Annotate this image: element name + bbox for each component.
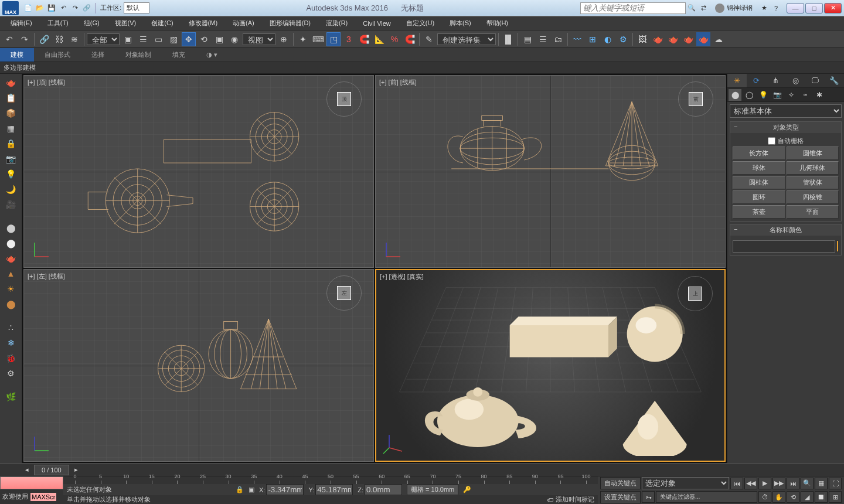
save-icon[interactable]: 💾 [46,3,57,13]
spinner-snap-toggle[interactable]: 📐 [372,32,386,46]
pyramid-button[interactable]: 四棱锥 [787,190,839,204]
sphere-white-icon[interactable]: ⬤ [3,237,19,250]
display-tab-icon[interactable]: 🖵 [805,74,825,87]
menu-create[interactable]: 创建(C) [144,17,180,29]
selection-filter[interactable]: 全部 [87,33,120,45]
window-crossing-button[interactable]: ▨ [166,32,181,46]
render-iterative-button[interactable]: 🫖 [666,32,680,46]
sphere-orange-icon[interactable]: ⬤ [3,298,19,311]
menu-group[interactable]: 组(G) [77,17,107,29]
utilities-tab-icon[interactable]: 🔧 [825,74,844,87]
teapot-button[interactable]: 茶壶 [733,205,785,219]
moon-icon[interactable]: 🌙 [3,183,19,196]
teapot-preset-icon[interactable]: 🫖 [3,76,19,89]
tab-selection[interactable]: 选择 [81,48,115,62]
sphere-gray-icon[interactable]: ⬤ [3,222,19,234]
percent-snap-toggle[interactable]: 🧲 [357,32,371,46]
minimize-button[interactable]: — [787,3,804,13]
object-name-input[interactable] [733,240,835,253]
scale-button[interactable]: ▣ [212,32,226,46]
layers-button[interactable]: ☰ [536,32,550,46]
select-name-button[interactable]: ☰ [136,32,150,46]
bind-button[interactable]: ≋ [67,32,81,46]
min-max-vp-button[interactable]: ⊞ [829,491,842,503]
geometry-icon[interactable]: ⬤ [729,89,741,101]
camera-icon[interactable]: 📷 [3,152,19,165]
redo-icon[interactable]: ↷ [70,3,80,13]
sphere-button[interactable]: 球体 [733,161,785,175]
autogrid-checkbox[interactable]: 自动栅格 [733,135,839,147]
helpers-icon[interactable]: ✧ [785,89,798,101]
viewport-front[interactable]: [+] [前] [线框] 前 [375,75,726,268]
link-button[interactable]: 🔗 [37,32,51,46]
menu-maxscript[interactable]: 脚本(S) [443,17,478,29]
mirror-button[interactable]: ▐▌ [501,32,515,46]
pan-button[interactable]: ✋ [772,491,785,503]
render-frame-button[interactable]: 🖼 [635,32,649,46]
menu-civilview[interactable]: Civil View [356,18,397,29]
zoom-all-button[interactable]: ▦ [815,478,828,489]
create-tab-icon[interactable]: ✳ [727,74,747,87]
menu-rendering[interactable]: 渲染(R) [319,17,355,29]
torus-button[interactable]: 圆环 [733,190,785,204]
lock-icon[interactable]: 🔒 [236,486,244,493]
orbit-button[interactable]: ⟲ [787,491,799,503]
viewport-label[interactable]: [+] [顶] [线框] [28,78,65,87]
next-key-button[interactable]: ▶▶ [772,478,785,489]
motion-tab-icon[interactable]: ◎ [786,74,805,87]
exchange-icon[interactable]: ⇄ [698,3,709,13]
zoom-extents-button[interactable]: 🔍 [801,478,814,489]
video-icon[interactable]: 🎥 [3,198,19,211]
time-config-button[interactable]: ⏱ [758,491,771,503]
maximize-vp-button[interactable]: ⛶ [829,478,842,489]
rotate-button[interactable]: ⟲ [197,32,211,46]
grass-icon[interactable]: 🌿 [3,390,19,403]
tab-modeling[interactable]: 建模 [0,48,34,62]
viewport-perspective[interactable]: [+] [透视] [真实] 上 [375,269,726,462]
menu-views[interactable]: 视图(V) [108,17,144,29]
menu-customize[interactable]: 自定义(U) [399,17,441,29]
pivot-button[interactable]: ⊕ [277,32,291,46]
prev-key-button[interactable]: ◀◀ [744,478,757,489]
render-activeshade-button[interactable]: 🫖 [681,32,695,46]
fov-button[interactable]: ◢ [801,491,814,503]
curve-editor-button[interactable]: 〰 [570,32,584,46]
menu-tools[interactable]: 工具(T) [40,17,76,29]
hierarchy-tab-icon[interactable]: ⋔ [766,74,785,87]
search-input[interactable] [580,2,686,14]
layer-explorer-button[interactable]: 🗂 [551,32,565,46]
cone-button[interactable]: 圆锥体 [787,147,839,160]
render-prod-button[interactable]: 🫖 [651,32,665,46]
viewport-top[interactable]: [+] [顶] [线框] 顶 [23,75,374,268]
user-account[interactable]: 钢神绿钢 [715,4,753,13]
schematic-view-button[interactable]: ⊞ [586,32,600,46]
modify-tab-icon[interactable]: ⟳ [747,74,766,87]
snap-spinner-button[interactable]: 🧲 [403,32,417,46]
viewport-label[interactable]: [+] [前] [线框] [379,78,417,87]
gear-icon[interactable]: ⚙ [3,367,19,380]
menu-animation[interactable]: 动画(A) [226,17,261,29]
shapes-icon[interactable]: ◯ [743,89,755,101]
help-icon[interactable]: ? [771,3,781,13]
key-icon[interactable]: 🔑 [463,486,471,493]
plane-button[interactable]: 平面 [787,205,839,219]
zoom-region-button[interactable]: 🔲 [815,491,828,503]
keyboard-shortcut-button[interactable]: ⌨ [311,32,325,46]
viewcube[interactable]: 左 [326,275,362,311]
menu-edit[interactable]: 编辑(E) [4,17,39,29]
geosphere-button[interactable]: 几何球体 [787,161,839,175]
tab-freeform[interactable]: 自由形式 [34,48,81,62]
timetag-icon[interactable]: 🏷 [547,496,553,503]
workspace-dropdown[interactable]: 默认 [124,2,149,13]
trackbar[interactable]: 0510152025303540455055606570758085909510… [63,476,598,484]
prev-frame-icon[interactable]: ◂ [22,465,32,475]
menu-help[interactable]: 帮助(H) [479,17,515,29]
spacewarps-icon[interactable]: ≈ [799,89,812,101]
maximize-button[interactable]: □ [805,3,823,13]
key-target-dropdown[interactable]: 选定对象 [642,477,729,489]
isolate-toggle-icon[interactable]: ▣ [249,486,254,493]
tube-button[interactable]: 管状体 [787,176,839,189]
menu-modifiers[interactable]: 修改器(M) [182,17,225,29]
viewport-label[interactable]: [+] [左] [线框] [28,272,65,281]
add-time-tag[interactable]: 添加时间标记 [556,495,594,504]
